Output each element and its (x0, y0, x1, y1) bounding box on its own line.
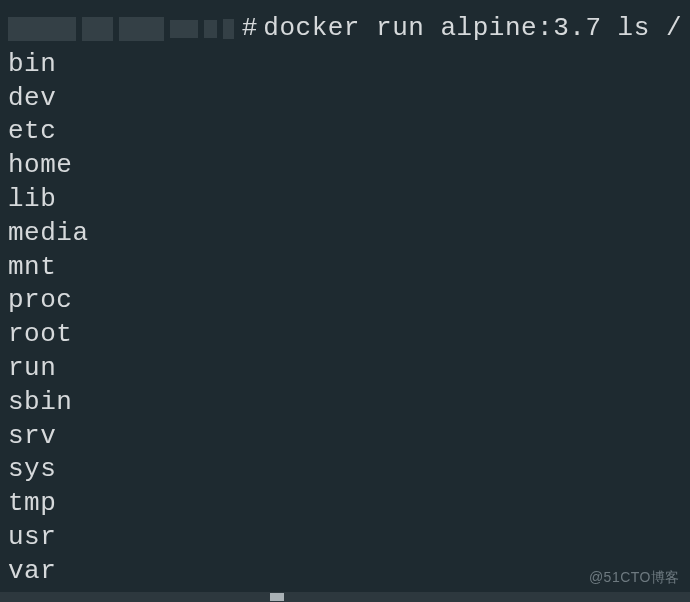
output-line: home (8, 149, 682, 183)
status-indicator (270, 593, 284, 601)
redacted-segment (82, 17, 113, 41)
output-line: sys (8, 453, 682, 487)
command-text[interactable]: docker run alpine:3.7 ls / (263, 12, 682, 46)
redacted-segment (204, 20, 217, 38)
command-line: # docker run alpine:3.7 ls / (8, 12, 682, 46)
output-line: tmp (8, 487, 682, 521)
redacted-hostname (8, 17, 76, 41)
output-line: root (8, 318, 682, 352)
redacted-segment (170, 20, 199, 38)
output-line: media (8, 217, 682, 251)
output-line: etc (8, 115, 682, 149)
redacted-segment (223, 19, 234, 39)
watermark: @51CTO博客 (589, 568, 680, 586)
output-line: dev (8, 82, 682, 116)
output-line: sbin (8, 386, 682, 420)
output-line: usr (8, 521, 682, 555)
output-line: mnt (8, 251, 682, 285)
prompt-symbol: # (242, 12, 258, 46)
command-output: bin dev etc home lib media mnt proc root… (8, 48, 682, 589)
output-line: var (8, 555, 682, 589)
status-bar (0, 592, 690, 602)
redacted-segment (119, 17, 164, 41)
output-line: lib (8, 183, 682, 217)
output-line: srv (8, 420, 682, 454)
output-line: proc (8, 284, 682, 318)
output-line: run (8, 352, 682, 386)
output-line: bin (8, 48, 682, 82)
